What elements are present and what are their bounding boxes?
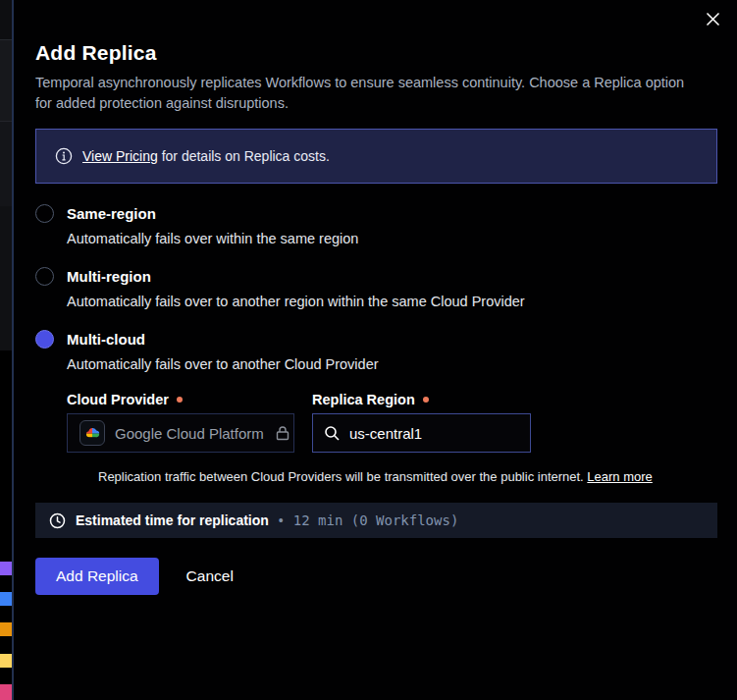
option-label: Same-region: [67, 205, 156, 222]
option-label: Multi-cloud: [67, 331, 145, 348]
public-internet-note: Replication traffic between Cloud Provid…: [98, 469, 717, 484]
google-cloud-icon: [79, 420, 105, 446]
form-fields-row: Cloud Provider: [67, 392, 717, 453]
cloud-provider-select[interactable]: Google Cloud Platform: [67, 413, 294, 453]
replica-region-label-row: Replica Region: [312, 392, 531, 407]
add-replica-modal: Add Replica Temporal asynchronously repl…: [14, 0, 737, 700]
note-text: Replication traffic between Cloud Provid…: [98, 469, 587, 484]
multi-cloud-form: Cloud Provider: [67, 392, 717, 484]
option-description: Automatically fails over to another regi…: [67, 294, 717, 309]
field-label: Cloud Provider: [67, 392, 169, 407]
option-multi-cloud: Multi-cloud Automatically fails over to …: [35, 330, 717, 484]
required-dot-icon: [177, 397, 183, 403]
pricing-banner-text: View Pricing for details on Replica cost…: [82, 148, 330, 164]
required-dot-icon: [423, 397, 429, 403]
color-block-pink: [0, 684, 12, 700]
radio-same-region[interactable]: [35, 204, 54, 223]
pricing-banner-rest: for details on Replica costs.: [158, 148, 330, 164]
estimate-label: Estimated time for replication: [76, 512, 269, 528]
field-label: Replica Region: [312, 392, 415, 407]
color-block-purple: [0, 562, 12, 575]
background-page-strip: [0, 0, 12, 700]
color-block-orange: [0, 622, 12, 636]
replica-region-input[interactable]: [349, 425, 519, 442]
radio-multi-cloud[interactable]: [35, 330, 54, 349]
option-multi-region: Multi-region Automatically fails over to…: [35, 267, 717, 309]
cancel-button[interactable]: Cancel: [186, 567, 234, 585]
option-row: Same-region: [35, 204, 717, 223]
clock-icon: [49, 512, 66, 529]
info-icon: [55, 147, 73, 165]
option-label: Multi-region: [67, 268, 151, 285]
estimated-time-banner: Estimated time for replication • 12 min …: [35, 503, 717, 538]
radio-multi-region[interactable]: [35, 267, 54, 286]
color-block-blue: [0, 592, 12, 606]
page-title: Add Replica: [35, 41, 717, 65]
option-row: Multi-region: [35, 267, 717, 286]
pricing-info-banner: View Pricing for details on Replica cost…: [35, 129, 717, 184]
color-block-yellow: [0, 654, 12, 668]
estimate-value: 12 min (0 Workflows): [293, 512, 459, 528]
cloud-provider-value: Google Cloud Platform: [115, 425, 264, 442]
option-same-region: Same-region Automatically fails over wit…: [35, 204, 717, 246]
background-segment: [0, 40, 12, 121]
modal-actions: Add Replica Cancel: [35, 558, 717, 595]
replica-region-search-box: [312, 413, 531, 453]
cloud-provider-field: Cloud Provider: [67, 392, 294, 453]
lock-icon: [274, 424, 291, 442]
view-pricing-link[interactable]: View Pricing: [82, 148, 158, 164]
option-row: Multi-cloud: [35, 330, 717, 349]
option-description: Automatically fails over within the same…: [67, 231, 717, 246]
background-segment: [0, 0, 12, 39]
add-replica-button[interactable]: Add Replica: [35, 558, 159, 595]
replica-region-field: Replica Region: [312, 392, 531, 453]
background-segment: [0, 122, 12, 206]
learn-more-link[interactable]: Learn more: [587, 469, 652, 484]
cloud-provider-label-row: Cloud Provider: [67, 392, 294, 407]
modal-content: Add Replica Temporal asynchronously repl…: [14, 0, 737, 595]
search-icon: [324, 425, 341, 442]
option-description: Automatically fails over to another Clou…: [67, 356, 717, 372]
estimate-separator: •: [279, 512, 284, 528]
modal-description: Temporal asynchronously replicates Workf…: [35, 73, 691, 113]
background-segment: [0, 206, 12, 350]
